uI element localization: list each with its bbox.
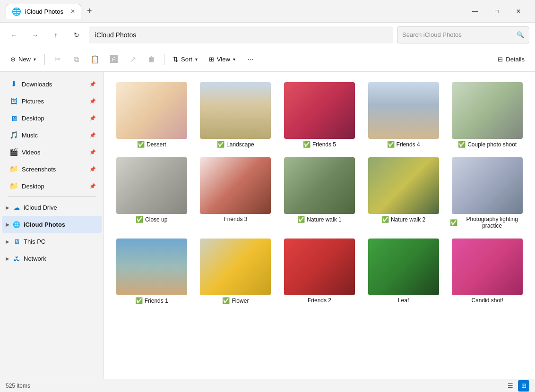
maximize-button[interactable]: □ [486, 4, 508, 19]
paste-button[interactable]: 📋 [86, 51, 104, 68]
main-area: ⬇ Downloads 📌 🖼 Pictures 📌 🖥 Desktop 📌 🎵… [0, 72, 535, 379]
sync-icon-dessert: ✅ [137, 141, 145, 148]
details-label: Details [506, 56, 525, 63]
sidebar-section-this-pc[interactable]: ▶ 🖥 This PC [2, 233, 102, 250]
view-icon: ⊞ [209, 56, 214, 63]
list-item[interactable]: ✅ Photography lighting practice [447, 154, 527, 232]
list-item[interactable]: ✅ Close up [112, 154, 192, 232]
rename-button[interactable]: 🅰 [105, 51, 122, 68]
sidebar-label-icloud-drive: iCloud Drive [24, 204, 57, 211]
item-count: 525 items [6, 383, 30, 389]
photo-thumb-dessert [116, 82, 187, 139]
list-item[interactable]: Leaf [363, 236, 444, 307]
navigation-bar: ← → ↑ ↻ iCloud Photos Search iCloud Phot… [0, 23, 535, 47]
list-item[interactable]: ✅ Dessert [112, 79, 192, 151]
sidebar-label-videos: Videos [22, 149, 41, 156]
view-label: View [217, 56, 230, 63]
copy-button[interactable]: ⧉ [68, 51, 85, 68]
sidebar-section-network[interactable]: ▶ 🖧 Network [2, 250, 102, 267]
list-item[interactable]: Candid shot! [447, 236, 527, 307]
downloads-icon: ⬇ [9, 80, 18, 88]
pin-icon-downloads: 📌 [89, 81, 96, 87]
title-bar: 🌐 iCloud Photos ✕ + — □ ✕ [0, 0, 535, 23]
address-text: iCloud Photos [95, 31, 136, 39]
list-item[interactable]: ✅ Nature walk 2 [363, 154, 444, 232]
pin-icon-desktop: 📌 [89, 115, 96, 121]
grid-view-button[interactable]: ⊞ [518, 380, 529, 392]
list-item[interactable]: Friends 2 [279, 236, 360, 307]
photo-label-friends1: ✅ Friends 1 [135, 297, 168, 304]
photo-label-landscape: ✅ Landscape [217, 141, 254, 148]
sidebar-item-desktop[interactable]: 🖥 Desktop 📌 [2, 110, 102, 127]
sidebar-item-pictures[interactable]: 🖼 Pictures 📌 [2, 93, 102, 110]
cut-button[interactable]: ✂ [49, 51, 66, 68]
network-chevron: ▶ [6, 256, 9, 261]
photo-thumb-closeup [116, 157, 187, 214]
sidebar-label-this-pc: This PC [24, 238, 45, 245]
photo-thumb-friends4 [368, 82, 439, 139]
sidebar-item-downloads[interactable]: ⬇ Downloads 📌 [2, 76, 102, 93]
sidebar-separator [8, 196, 96, 197]
active-tab[interactable]: 🌐 iCloud Photos ✕ [6, 4, 81, 19]
videos-icon: 🎬 [9, 148, 18, 156]
toolbar-separator-1 [44, 54, 45, 65]
details-icon: ⊟ [498, 56, 503, 63]
list-item[interactable]: Friends 3 [196, 154, 276, 232]
photo-thumb-leaf [368, 239, 439, 295]
up-button[interactable]: ↑ [47, 26, 64, 43]
list-item[interactable]: ✅ Landscape [196, 79, 276, 151]
photo-thumb-naturewalk2 [368, 157, 439, 214]
new-button[interactable]: ⊕ New ▾ [6, 51, 41, 68]
minimize-button[interactable]: — [464, 4, 486, 19]
sidebar-label-network: Network [24, 255, 46, 262]
forward-icon: → [32, 31, 38, 39]
list-item[interactable]: ✅ Friends 4 [363, 79, 444, 151]
list-item[interactable]: ✅ Couple photo shoot [447, 79, 527, 151]
sidebar-section-icloud-drive[interactable]: ▶ ☁ iCloud Drive [2, 199, 102, 216]
list-item[interactable]: ✅ Nature walk 1 [279, 154, 360, 232]
list-item[interactable]: ✅ Flower [196, 236, 276, 307]
view-chevron-icon: ▾ [233, 57, 235, 62]
pin-icon-desktop2: 📌 [89, 183, 96, 189]
music-icon: 🎵 [9, 131, 18, 139]
refresh-button[interactable]: ↻ [68, 26, 85, 43]
photo-label-flower: ✅ Flower [222, 297, 249, 304]
photo-thumb-candid [452, 239, 523, 295]
sort-label: Sort [181, 56, 192, 63]
sort-button[interactable]: ⇅ Sort ▾ [168, 51, 202, 68]
sidebar-label-icloud-photos: iCloud Photos [24, 221, 65, 228]
pin-icon-videos: 📌 [89, 149, 96, 155]
share-button[interactable]: ↗ [124, 51, 141, 68]
view-button[interactable]: ⊞ View ▾ [204, 51, 240, 68]
list-item[interactable]: ✅ Friends 5 [279, 79, 360, 151]
more-options-button[interactable]: ··· [242, 51, 259, 68]
sidebar-section-icloud-photos[interactable]: ▶ 🌐 iCloud Photos [2, 216, 102, 233]
sync-icon-landscape: ✅ [217, 141, 224, 148]
sidebar-item-desktop2[interactable]: 📁 Desktop 📌 [2, 178, 102, 195]
sidebar-item-music[interactable]: 🎵 Music 📌 [2, 127, 102, 144]
tab-title: iCloud Photos [25, 8, 63, 15]
delete-button[interactable]: 🗑 [143, 51, 160, 68]
refresh-icon: ↻ [74, 31, 79, 39]
sidebar-item-videos[interactable]: 🎬 Videos 📌 [2, 144, 102, 161]
photo-label-couple: ✅ Couple photo shoot [458, 141, 517, 148]
list-item[interactable]: ✅ Friends 1 [112, 236, 192, 307]
back-button[interactable]: ← [6, 26, 23, 43]
new-tab-button[interactable]: + [83, 4, 96, 18]
address-bar[interactable]: iCloud Photos [89, 26, 393, 43]
sidebar-label-music: Music [22, 132, 38, 139]
photo-label-candid: Candid shot! [472, 297, 503, 304]
details-button[interactable]: ⊟ Details [493, 51, 529, 68]
pin-icon-pictures: 📌 [89, 98, 96, 104]
search-icon: 🔍 [517, 31, 524, 38]
list-view-button[interactable]: ☰ [505, 380, 516, 392]
sync-icon-photography: ✅ [450, 219, 457, 226]
photo-thumb-couple [452, 82, 523, 139]
forward-button[interactable]: → [26, 26, 43, 43]
photo-thumb-friends3 [200, 157, 271, 214]
sidebar-item-screenshots[interactable]: 📁 Screenshots 📌 [2, 161, 102, 178]
close-button[interactable]: ✕ [508, 4, 529, 19]
search-bar[interactable]: Search iCloud Photos 🔍 [397, 26, 529, 43]
photo-label-dessert: ✅ Dessert [137, 141, 166, 148]
tab-close-button[interactable]: ✕ [70, 8, 75, 15]
